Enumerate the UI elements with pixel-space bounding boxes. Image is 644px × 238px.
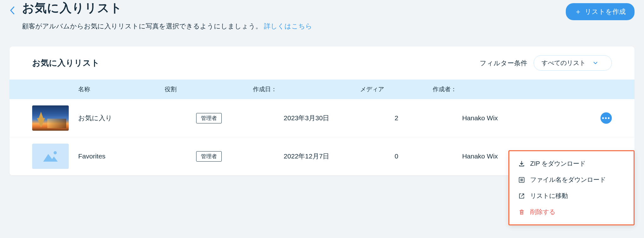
created-cell: 2023年3月30日 (253, 114, 360, 122)
row-name: お気に入り (78, 114, 112, 122)
card-header: お気に入りリスト フィルター条件 すべてのリスト (9, 46, 635, 80)
menu-label: 削除する (530, 208, 555, 216)
row-name: Favorites (78, 152, 105, 160)
title-block: お気に入りリスト 顧客がアルバムからお気に入りリストに写真を選択できるようにしま… (22, 0, 312, 31)
menu-go-to-list[interactable]: リストに移動 (509, 188, 634, 204)
column-created: 作成日： (253, 85, 360, 93)
menu-label: リストに移動 (530, 192, 568, 200)
more-actions-button[interactable]: ••• (600, 112, 612, 124)
thumbnail-image (32, 105, 69, 131)
learn-more-link[interactable]: 詳しくはこちら (264, 22, 312, 30)
menu-label: ZIP をダウンロード (530, 159, 586, 168)
subtitle-text: 顧客がアルバムからお気に入りリストに写真を選択できるようにしましょう。 (22, 22, 262, 30)
card-title: お気に入りリスト (32, 57, 100, 68)
download-icon (518, 160, 525, 167)
thumbnail-placeholder (32, 144, 69, 169)
create-button-label: リストを作成 (585, 7, 626, 16)
external-link-icon (518, 193, 525, 199)
name-cell: Favorites (32, 144, 165, 169)
filter-label: フィルター条件 (480, 59, 527, 68)
column-creator: 作成者： (433, 85, 527, 93)
role-cell: 管理者 (165, 113, 253, 123)
menu-download-zip[interactable]: ZIP をダウンロード (509, 156, 634, 172)
svg-point-0 (54, 151, 57, 154)
creator-cell: Hanako Wix (433, 114, 527, 122)
table-row[interactable]: お気に入り 管理者 2023年3月30日 2 Hanako Wix ••• (9, 99, 635, 137)
column-media: メディア (360, 85, 433, 93)
column-name: 名称 (32, 85, 165, 93)
role-cell: 管理者 (165, 151, 253, 162)
filter-value: すべてのリスト (542, 59, 586, 67)
table-header-row: 名称 役割 作成日： メディア 作成者： (9, 80, 635, 99)
filter-block: フィルター条件 すべてのリスト (480, 55, 612, 71)
header-left: お気に入りリスト 顧客がアルバムからお気に入りリストに写真を選択できるようにしま… (9, 0, 312, 31)
image-placeholder-icon (42, 150, 59, 163)
filter-select[interactable]: すべてのリスト (534, 55, 612, 71)
menu-download-filenames[interactable]: ファイル名をダウンロード (509, 172, 634, 188)
back-arrow-icon[interactable] (9, 6, 16, 17)
chevron-down-icon (593, 61, 598, 66)
created-cell: 2022年12月7日 (253, 152, 360, 161)
page-title: お気に入りリスト (22, 0, 312, 16)
list-icon (518, 176, 525, 183)
plus-icon: ＋ (575, 7, 582, 16)
page-header: お気に入りリスト 顧客がアルバムからお気に入りリストに写真を選択できるようにしま… (0, 0, 644, 31)
menu-label: ファイル名をダウンロード (530, 176, 606, 184)
more-dots-icon: ••• (602, 115, 610, 121)
create-list-button[interactable]: ＋ リストを作成 (566, 3, 635, 20)
menu-delete[interactable]: 削除する (509, 204, 634, 220)
trash-icon (518, 209, 525, 216)
actions-cell: ••• (527, 112, 612, 124)
media-cell: 0 (360, 152, 433, 160)
column-actions (527, 85, 612, 93)
page-subtitle: 顧客がアルバムからお気に入りリストに写真を選択できるようにしましょう。 詳しくは… (22, 22, 312, 31)
role-badge: 管理者 (196, 151, 222, 162)
context-menu: ZIP をダウンロード ファイル名をダウンロード リストに移動 削除する (508, 150, 635, 225)
name-cell: お気に入り (32, 105, 165, 131)
role-badge: 管理者 (196, 113, 222, 123)
column-role: 役割 (165, 85, 253, 93)
media-cell: 2 (360, 114, 433, 122)
